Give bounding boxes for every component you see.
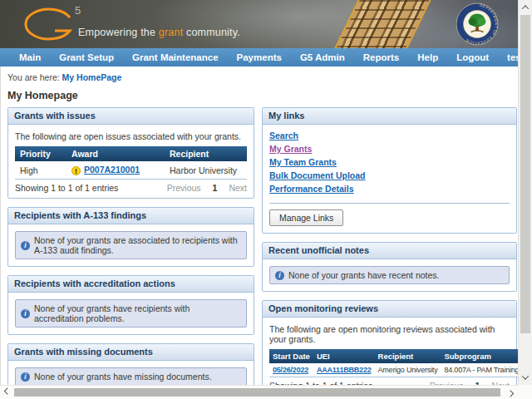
column-header-recipient[interactable]: Recipient <box>375 349 441 363</box>
panel-my-links: My links Search My Grants My Team Grants… <box>262 107 517 234</box>
link-my-team-grants[interactable]: My Team Grants <box>269 157 337 167</box>
panel-title: Open monitoring reviews <box>263 301 516 318</box>
start-date-link[interactable]: 05/26/2022 <box>273 366 308 374</box>
panel-title: My links <box>263 108 516 125</box>
info-message: i None of your grants have missing docum… <box>15 367 247 386</box>
panel-recent-unofficial-notes: Recent unofficial notes i None of your g… <box>262 242 517 292</box>
panel-description: The following are open monitoring review… <box>263 318 516 349</box>
breadcrumb-link-my-homepage[interactable]: My HomePage <box>62 72 122 82</box>
link-bulk-document-upload[interactable]: Bulk Document Upload <box>269 170 366 180</box>
nav-reports[interactable]: Reports <box>354 52 408 62</box>
nav-help[interactable]: Help <box>408 52 447 62</box>
panel-grants-with-issues: Grants with issues The following are ope… <box>7 107 254 199</box>
recipient-cell: Amerigo University <box>375 363 441 377</box>
chevron-down-icon <box>522 372 529 379</box>
link-search[interactable]: Search <box>269 131 298 140</box>
info-icon: i <box>21 372 30 382</box>
showing-entries-label: Showing 1 to 1 of 1 entries <box>15 183 118 193</box>
manage-links-button[interactable]: Manage Links <box>269 209 343 226</box>
banner-bookshelf-graphic <box>316 0 445 48</box>
panel-open-monitoring-reviews: Open monitoring reviews The following ar… <box>262 300 517 397</box>
column-header-start-date[interactable]: Start Date <box>269 349 313 363</box>
horizontal-scrollbar[interactable] <box>0 385 518 399</box>
column-header-recipient[interactable]: Recipient <box>165 146 247 161</box>
column-header-priority[interactable]: Priority <box>15 146 66 161</box>
info-message-text: None of your grants have missing documen… <box>34 372 212 382</box>
panel-a133-findings: Recipients with A-133 findings i None of… <box>7 207 254 267</box>
panel-accreditation-actions: Recipients with accreditation actions i … <box>7 275 254 335</box>
monitoring-reviews-table: Start Date UEI Recipient Subprogram 05/2… <box>269 349 532 377</box>
uei-cell: AAA111BBB222 <box>313 363 375 377</box>
pagination-previous[interactable]: Previous <box>167 183 201 193</box>
horizontal-scrollbar-thumb[interactable] <box>14 388 500 397</box>
recipient-cell: Harbor University <box>165 161 247 180</box>
breadcrumb: You are here: My HomePage <box>7 72 517 82</box>
panel-title: Grants with issues <box>8 108 254 125</box>
panel-description: The following are open issues associated… <box>8 125 254 146</box>
award-cell: !P007A210001 <box>66 161 165 180</box>
right-column: My links Search My Grants My Team Grants… <box>262 107 517 399</box>
panel-title: Recipients with accreditation actions <box>8 276 254 293</box>
info-icon: i <box>21 309 30 318</box>
banner-tagline: Empowering the grant community. <box>78 27 240 38</box>
column-header-uei[interactable]: UEI <box>313 349 375 363</box>
info-icon: i <box>275 271 284 280</box>
chevron-left-icon <box>4 387 11 394</box>
nav-grant-maintenance[interactable]: Grant Maintenance <box>123 52 228 62</box>
panel-title: Recipients with A-133 findings <box>8 208 254 224</box>
priority-cell: High <box>15 161 66 180</box>
table-row: High !P007A210001 Harbor University <box>15 161 247 180</box>
uei-link[interactable]: AAA111BBB222 <box>317 366 372 374</box>
link-my-grants[interactable]: My Grants <box>269 144 312 154</box>
award-link[interactable]: P007A210001 <box>84 165 140 175</box>
grants-with-issues-table: Priority Award Recipient High !P007A2100… <box>15 146 247 180</box>
page-title: My Homepage <box>7 90 517 101</box>
info-icon: i <box>21 241 30 250</box>
pagination-page-1[interactable]: 1 <box>213 183 218 193</box>
nav-grant-setup[interactable]: Grant Setup <box>50 52 123 62</box>
vertical-scrollbar[interactable] <box>518 0 532 385</box>
app-banner: 5 Empowering the grant community. DEPART… <box>0 0 518 48</box>
nav-payments[interactable]: Payments <box>228 52 291 62</box>
left-column: Grants with issues The following are ope… <box>7 107 254 399</box>
column-header-award[interactable]: Award <box>66 146 165 161</box>
scrollbar-corner <box>518 385 532 399</box>
info-message: i None of your grants have recipients wi… <box>15 299 247 328</box>
scroll-left-button[interactable] <box>1 386 14 399</box>
department-of-education-seal-icon: DEPARTMENT OF EDUCATION <box>456 2 499 46</box>
two-column-layout: Grants with issues The following are ope… <box>7 107 517 399</box>
info-message: i None of your grants are associated to … <box>15 231 247 259</box>
info-message: i None of your grants have recent notes. <box>269 266 510 284</box>
scroll-up-button[interactable] <box>519 1 532 14</box>
pagination: Previous 1 Next <box>167 183 247 193</box>
scroll-right-button[interactable] <box>504 386 517 399</box>
scroll-down-button[interactable] <box>519 371 532 384</box>
info-message-text: None of your grants are associated to re… <box>34 235 241 255</box>
divider <box>269 203 510 204</box>
vertical-scrollbar-thumb[interactable] <box>520 15 530 333</box>
nav-g5-admin[interactable]: G5 Admin <box>291 52 354 62</box>
chevron-up-icon <box>522 5 529 12</box>
table-row: 05/26/2022 AAA111BBB222 Amerigo Universi… <box>269 363 532 377</box>
g5-logo-five: 5 <box>75 4 81 17</box>
panel-title: Recent unofficial notes <box>263 243 516 259</box>
warning-icon: ! <box>71 166 81 175</box>
info-message-text: None of your grants have recent notes. <box>288 270 440 280</box>
link-performance-details[interactable]: Performance Details <box>269 184 354 194</box>
table-footer: Showing 1 to 1 of 1 entries Previous 1 N… <box>8 180 254 198</box>
main-navbar: Main Grant Setup Grant Maintenance Payme… <box>0 48 518 66</box>
page-content: You are here: My HomePage My Homepage Gr… <box>0 66 518 385</box>
pagination-next[interactable]: Next <box>229 183 247 193</box>
start-date-cell: 05/26/2022 <box>269 363 313 377</box>
chevron-right-icon <box>507 390 514 397</box>
nav-logout[interactable]: Logout <box>447 52 498 62</box>
panel-title: Grants with missing documents <box>8 344 254 361</box>
info-message-text: None of your grants have recipients with… <box>34 303 241 323</box>
quick-links-list: Search My Grants My Team Grants Bulk Doc… <box>263 125 516 199</box>
breadcrumb-prefix: You are here: <box>7 72 60 82</box>
nav-main[interactable]: Main <box>10 52 50 62</box>
